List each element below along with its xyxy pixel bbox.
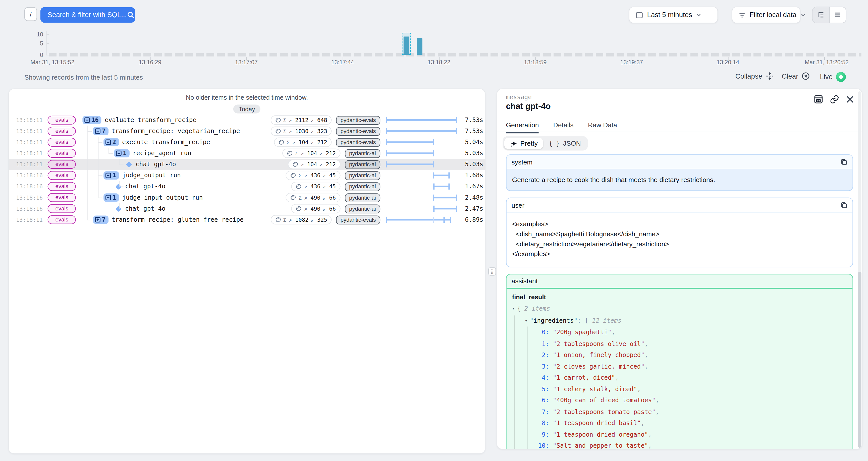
trace-row[interactable]: 13:18:11evals16evaluate transform_recipe… [9, 115, 485, 126]
item-index: 0: [537, 327, 549, 338]
tabs-divider [497, 132, 862, 132]
trace-row[interactable]: 13:18:16evalschat gpt-4o↗ 490↙ 66pydanti… [9, 203, 485, 214]
child-count: 2 [112, 139, 116, 146]
collapse-children-badge[interactable]: 2 [103, 138, 119, 146]
collapse-children-badge[interactable]: 1 [103, 171, 119, 180]
collapse-children-badge[interactable]: 16 [82, 116, 101, 124]
coin-icon [292, 161, 299, 167]
trace-row[interactable]: 13:18:11evals7transform_recipe: vegetari… [9, 126, 485, 136]
item-value: "1 carrot, diced" [553, 374, 615, 381]
duration-bar-cap [433, 184, 434, 190]
output-tokens-arrow-icon: ↙ [311, 139, 314, 145]
json-array-item: 0: "200g spaghetti", [512, 327, 847, 338]
live-button[interactable]: Live [820, 72, 846, 82]
row-metrics: Σ↗ 104↙ 212pydantic-evals [274, 137, 380, 147]
json-key: "ingredients" [530, 317, 578, 324]
coin-icon [275, 217, 281, 223]
trace-row[interactable]: 13:18:11evals1recipe_agent runΣ↗ 104↙ 21… [9, 148, 485, 159]
trace-row[interactable]: 13:18:11evals7transform_recipe: gluten_f… [9, 214, 485, 225]
row-metrics: Σ↗ 1030↙ 323pydantic-evals [271, 127, 380, 136]
panel-resize-handle[interactable]: ⣿ [488, 268, 496, 276]
row-timestamp: 13:18:11 [16, 161, 43, 167]
span-label: transform_recipe: vegetarian_recipe [112, 128, 240, 135]
search-filter-button[interactable]: Search & filter with SQL... [40, 7, 135, 23]
input-tokens: 490 [310, 206, 320, 212]
filter-local-data-button[interactable]: Filter local data [732, 6, 800, 23]
x-axis-tick [632, 57, 632, 60]
chevron-down-icon[interactable]: ▾ [512, 303, 517, 315]
row-timestamp: 13:18:16 [16, 184, 43, 190]
duration-bar-cap [386, 217, 387, 223]
environment-badge: evals [48, 215, 76, 224]
scrollbar-thumb[interactable] [858, 272, 861, 448]
duration-bar-cap [433, 217, 434, 223]
environment-badge: evals [48, 138, 76, 147]
token-usage-pill: Σ↗ 1082↙ 325 [271, 215, 332, 224]
open-in-drawer-icon[interactable] [814, 95, 823, 104]
clear-button[interactable]: Clear [782, 72, 810, 80]
collapse-children-badge[interactable]: 7 [93, 127, 108, 135]
environment-badge: evals [48, 171, 76, 180]
duration-bar-cap [456, 206, 458, 212]
trace-row[interactable]: 13:18:16evals1judge_input_output runΣ↗ 4… [9, 192, 485, 203]
trace-histogram: 1050Mar 31, 13:15:5213:16:2913:17:0713:1… [0, 28, 868, 69]
copy-icon[interactable] [840, 158, 848, 165]
expand-children-badge[interactable]: 7 [93, 215, 108, 224]
trace-row[interactable]: 13:18:11evalschat gpt-4o↗ 104↙ 212pydant… [9, 159, 485, 170]
child-count: 7 [102, 216, 106, 223]
token-usage-pill: ↗ 436↙ 45 [291, 182, 340, 191]
span-diamond-icon [115, 183, 122, 190]
item-index: 9: [537, 429, 549, 440]
row-timestamp: 13:18:11 [16, 139, 43, 145]
instrumentation-source-badge: pydantic-ai [345, 160, 380, 169]
flat-list-view-toggle[interactable] [829, 7, 846, 23]
pretty-mode-button[interactable]: Pretty [504, 138, 543, 149]
item-value: "400g can of diced tomatoes" [553, 397, 655, 404]
input-tokens: 104 [299, 139, 308, 145]
x-axis-tick [439, 57, 439, 60]
environment-badge: evals [48, 149, 76, 158]
trace-row[interactable]: 13:18:11evals2execute transform_recipeΣ↗… [9, 136, 485, 148]
tree-cell: 7transform_recipe: gluten_free_recipe [93, 215, 244, 224]
status-row: Showing records from the last 5 minutes … [0, 72, 868, 84]
input-tokens: 104 [307, 150, 317, 156]
copy-icon[interactable] [840, 202, 848, 209]
sparkle-icon [510, 140, 517, 147]
span-label: transform_recipe: gluten_free_recipe [112, 216, 244, 223]
environment-badge: evals [48, 193, 76, 202]
row-metrics: Σ↗ 1082↙ 325pydantic-evals [271, 215, 380, 224]
tree-guide-line [515, 315, 515, 449]
output-tokens-arrow-icon: ↙ [323, 173, 326, 179]
duration-bar-cap [450, 217, 452, 223]
duration-bar [386, 130, 457, 132]
trace-row[interactable]: 13:18:16evalschat gpt-4o↗ 436↙ 45pydanti… [9, 181, 485, 192]
copy-link-icon[interactable] [830, 95, 839, 104]
collapse-children-badge[interactable]: 1 [103, 193, 119, 202]
sigma-aggregate-icon: Σ [283, 128, 286, 134]
chevron-down-icon[interactable]: ▾ [525, 315, 530, 327]
histogram-bar[interactable] [404, 36, 409, 55]
x-axis-dashed-baseline [49, 53, 862, 57]
duration-bar [386, 219, 451, 221]
histogram-bar[interactable] [417, 38, 423, 55]
duration-bar [386, 119, 457, 121]
row-metrics: Σ↗ 436↙ 45pydantic-ai [286, 171, 380, 180]
plus-square-icon [95, 217, 101, 223]
collapse-button[interactable]: Collapse [735, 72, 774, 80]
input-tokens: 490 [310, 194, 320, 201]
collapse-children-badge[interactable]: 1 [114, 149, 129, 157]
token-usage-pill: ↗ 104↙ 212 [288, 160, 340, 169]
input-tokens-arrow-icon: ↗ [301, 161, 304, 167]
tree-view-toggle[interactable] [813, 7, 829, 23]
output-tokens-arrow-icon: ↙ [319, 161, 322, 167]
trace-row[interactable]: 13:18:16evals1judge_output runΣ↗ 436↙ 45… [9, 170, 485, 181]
time-range-button[interactable]: Last 5 minutes [629, 6, 718, 23]
close-icon[interactable] [846, 95, 854, 103]
json-mode-button[interactable]: { } JSON [543, 138, 586, 149]
input-tokens-arrow-icon: ↗ [304, 206, 307, 212]
x-axis-label: Mar 31, 13:20:52 [805, 59, 849, 65]
row-metrics: Σ↗ 490↙ 66pydantic-ai [286, 193, 380, 202]
array-item-count: 12 items [592, 317, 621, 324]
y-axis-label: 10 [37, 31, 43, 37]
duration-lane [386, 159, 457, 170]
